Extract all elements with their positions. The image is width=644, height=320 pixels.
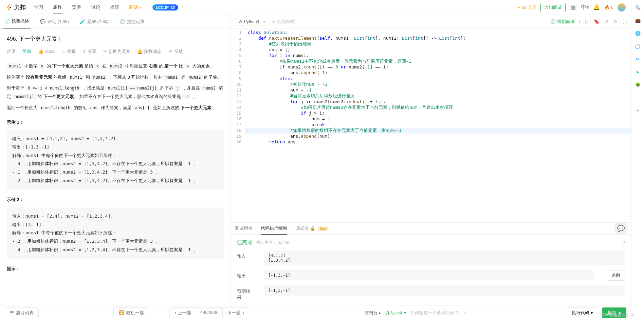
leetcode-logo-icon xyxy=(5,4,13,11)
difficulty-label: 难度 xyxy=(7,47,16,56)
lccup-badge[interactable]: LCCUP' 23 xyxy=(152,4,178,11)
float-chat-icon[interactable]: 💬 xyxy=(614,222,628,235)
logo[interactable]: 力扣 xyxy=(5,3,26,11)
tab-testcase[interactable]: 测试用例 xyxy=(235,223,253,234)
fill-example[interactable]: 填入示例 ▾ xyxy=(385,310,406,316)
logo-text: 力扣 xyxy=(14,3,26,11)
tab-debugger[interactable]: 调试器 🔒 Beta xyxy=(295,223,328,234)
problem-tabs: 📄 题目描述 💬 评论 (1.3k) 🧪 题解 (2.3k) 🕘 提交记录 xyxy=(0,15,231,28)
interview-button[interactable]: 力扣面试 xyxy=(540,3,566,12)
briefcase-icon[interactable]: 💼 xyxy=(634,17,641,24)
ai-mode[interactable]: ● 智能模式 xyxy=(272,19,295,25)
expected-row: 预期结果 [-1,3,-1] xyxy=(237,285,625,300)
external-link-icon[interactable]: ↗ xyxy=(463,310,467,315)
nav-job[interactable]: 求职 xyxy=(110,1,119,14)
tab-description[interactable]: 📄 题目描述 xyxy=(3,15,31,28)
tab-submissions[interactable]: 🕘 提交记录 xyxy=(118,15,146,28)
tab-comments[interactable]: 💬 评论 (1.3k) xyxy=(39,15,70,28)
avatar[interactable] xyxy=(618,3,626,12)
plus-icon[interactable]: ＋ xyxy=(634,107,641,114)
problem-counter: 496/3036 xyxy=(196,307,222,318)
problem-pane: 📄 题目描述 💬 评论 (1.3k) 🧪 题解 (2.3k) 🕘 提交记录 49… xyxy=(0,15,231,305)
favorite-button[interactable]: ☆ 收藏 xyxy=(61,47,76,56)
mock-interview[interactable]: 🕘 模拟面试 xyxy=(550,19,575,25)
difficulty-value: 简单 xyxy=(22,47,31,56)
run-icon[interactable]: ▷ xyxy=(585,19,589,24)
info-icon[interactable]: ℹ xyxy=(579,19,581,24)
testcase-hint[interactable]: 如何创建一个测试用例？ xyxy=(410,310,459,316)
code-pane: ⊙ Python3 ● 智能模式 🕘 模拟面试 ℹ ▷ 🔖 ↺ ⚙ ⛶ 1234… xyxy=(231,15,631,305)
switch-lang[interactable]: ✂ 切换为英文 xyxy=(103,47,130,56)
settings-icon[interactable]: ⚙ xyxy=(613,19,618,24)
streak[interactable]: 🔥 0 xyxy=(604,5,613,10)
example1-title: 示例 1： xyxy=(7,118,224,127)
nav-contest[interactable]: 竞赛 xyxy=(72,1,81,14)
example1-block: 输入：nums1 = [4,1,2], nums2 = [1,3,4,2]. 输… xyxy=(7,130,224,189)
expected-value: [-1,3,-1] xyxy=(264,285,625,296)
diff-button[interactable]: 差别 xyxy=(607,270,625,281)
nav-group: ‹ 上一题 496/3036 下一题 › xyxy=(169,307,249,318)
nav-discuss[interactable]: 讨论 xyxy=(91,1,100,14)
playground-icon[interactable]: ▦ xyxy=(570,4,577,11)
reset-icon[interactable]: ↺ xyxy=(604,19,608,24)
problem-description: nums1 中数字 x 的 下一个更大元素 是指 x 在 nums2 中对应位置… xyxy=(7,62,224,273)
nav-shop[interactable]: 商店 ▾ xyxy=(129,1,142,14)
run-code-button[interactable]: 执行代码 ▾ xyxy=(567,307,598,318)
status: 已完成 xyxy=(237,239,252,246)
header-right: Plus 会员 力扣面试 ▦ 中 ▾ 🔔 🔥 0 xyxy=(518,3,626,12)
nav-problems[interactable]: 题库 xyxy=(53,1,62,14)
circle-icon[interactable]: ◯ xyxy=(634,43,641,49)
output-row: 输出 [-1,3,-1] 差别 xyxy=(237,270,625,281)
result-tabs: 测试用例 代码执行结果 调试器 🔒 Beta ⌄ xyxy=(231,222,631,235)
top-nav: 学习 题库 竞赛 讨论 求职 商店 ▾ LCCUP' 23 xyxy=(34,1,178,14)
code-editor[interactable]: 1234567891011121314151617181920 class So… xyxy=(231,28,631,222)
example2-block: 输入：nums1 = [2,4], nums2 = [1,2,3,4]. 输出：… xyxy=(7,207,224,259)
language-select[interactable]: ⊙ Python3 xyxy=(235,18,268,25)
search-icon[interactable]: 🔍 xyxy=(634,4,641,11)
like-button[interactable]: 👍 1003 xyxy=(38,47,55,56)
console-toggle[interactable]: 控制台 ▴ xyxy=(364,310,381,316)
runtime: 执行用时： 32 ms xyxy=(256,240,289,245)
bottom-bar: ☰ 题目列表 🔀 随机一题 ‹ 上一题 496/3036 下一题 › 控制台 ▴… xyxy=(0,305,631,320)
bell-icon[interactable]: 🔔 xyxy=(593,4,600,11)
problem-title: 496. 下一个更大元素 I xyxy=(7,34,224,44)
mail-icon[interactable]: ✉ xyxy=(634,56,641,62)
editor-toolbar: ⊙ Python3 ● 智能模式 🕘 模拟面试 ℹ ▷ 🔖 ↺ ⚙ ⛶ xyxy=(231,15,631,28)
hint-title: 提示： xyxy=(7,265,224,273)
next-button[interactable]: 下一题 › xyxy=(222,307,249,318)
bookmark-icon[interactable]: 🔖 xyxy=(594,19,600,24)
result-body: 已完成 执行用时： 32 ms ? 输入 [4,1,2] [1,3,4,2] 输… xyxy=(231,235,631,305)
prev-button[interactable]: ‹ 上一题 xyxy=(169,307,196,318)
problem-body: 496. 下一个更大元素 I 难度 简单 👍 1003 ☆ 收藏 ⇪ 分享 ✂ … xyxy=(0,28,231,305)
right-sidebar: 🔍 💼 🌐 ◯ ✉ ➤ 🌳 ＋ xyxy=(631,0,644,320)
lock-icon: 🔒 xyxy=(310,226,315,231)
send-icon[interactable]: ➤ xyxy=(634,68,641,75)
plus-member[interactable]: Plus 会员 xyxy=(518,4,536,11)
problem-meta: 难度 简单 👍 1003 ☆ 收藏 ⇪ 分享 ✂ 切换为英文 🔔 接收动态 🏳 … xyxy=(7,47,224,56)
example2-title: 示例 2： xyxy=(7,196,224,204)
globe-icon[interactable]: 🌐 xyxy=(634,30,641,37)
feedback-button[interactable]: 🏳 反馈 xyxy=(168,47,183,56)
help-icon[interactable]: ? xyxy=(623,240,625,245)
fullscreen-icon[interactable]: ⛶ xyxy=(622,19,627,24)
input-row: 输入 [4,1,2] [1,3,4,2] xyxy=(237,251,625,265)
tree-icon[interactable]: 🌳 xyxy=(634,81,641,88)
language-switch[interactable]: 中 ▾ xyxy=(581,4,589,11)
watermark: CSDN @鱼塘的鱼呀 xyxy=(596,312,634,318)
problem-list-button[interactable]: ☰ 题目列表 xyxy=(5,307,39,318)
share-button[interactable]: ⇪ 分享 xyxy=(82,47,96,56)
top-header: 力扣 学习 题库 竞赛 讨论 求职 商店 ▾ LCCUP' 23 Plus 会员… xyxy=(0,0,631,15)
tab-result[interactable]: 代码执行结果 xyxy=(261,222,287,235)
editor-tool-icons: ℹ ▷ 🔖 ↺ ⚙ ⛶ xyxy=(579,19,627,24)
random-button[interactable]: 🔀 随机一题 xyxy=(113,307,149,318)
output-value: [-1,3,-1] xyxy=(264,270,594,280)
input-value: [4,1,2] [1,3,4,2] xyxy=(264,251,625,265)
nav-study[interactable]: 学习 xyxy=(34,1,43,14)
tab-solutions[interactable]: 🧪 题解 (2.3k) xyxy=(78,15,110,28)
notify-button[interactable]: 🔔 接收动态 xyxy=(137,47,162,56)
